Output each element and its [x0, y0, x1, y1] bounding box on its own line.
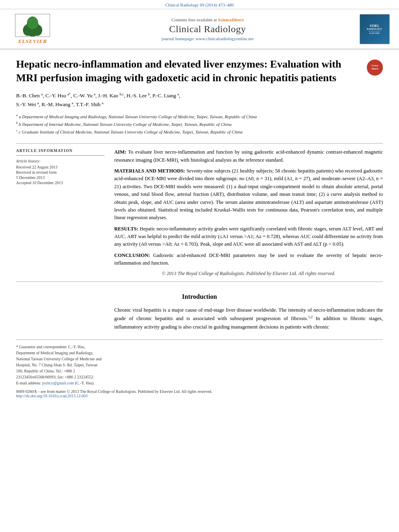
affiliations: a a Department of Medical Imaging and Ra… [16, 113, 383, 135]
authors-line: B.-B. Chen a, C.-Y. Hsu a*, C.-W. Yu a, … [16, 91, 383, 109]
doi-link[interactable]: http://dx.doi.org/10.1016/j.crad.2013.12… [16, 394, 383, 398]
article-info-label: ARTICLE INFORMATION [16, 148, 105, 153]
author-sup-star: * [69, 92, 71, 96]
abstract-methods-text: Seventy-nine subjects (21 healthy subjec… [114, 168, 383, 220]
author-sup-a7: a [102, 101, 103, 105]
svg-point-4 [27, 16, 38, 29]
affil-b: b b Department of Internal Medicine, Nat… [16, 121, 383, 127]
article-date-revised-label: Received in revised form [16, 170, 105, 175]
introduction-title: Introduction [16, 293, 383, 300]
header-center: Contents lists available at ScienceDirec… [59, 17, 356, 41]
abstract-col: AIM: To evaluate liver necro-inflammatio… [114, 148, 383, 276]
divider-2 [16, 281, 383, 282]
issn-bar: 0009-9260/$ – see front matter © 2013 Th… [16, 389, 383, 398]
affil-sup-c: c [16, 129, 18, 132]
intro-sup-1: 1,2 [308, 315, 313, 319]
footnote-section: * Guarantor and correspondent: C.-Y. Hsu… [16, 344, 383, 386]
crossmark-icon: CrossMark [367, 60, 383, 76]
radiology-logo-box: SIMG RADIOLOGY ELSEVIER [356, 14, 393, 44]
bottom-divider [16, 339, 383, 340]
journal-ref-text: Clinical Radiology 69 (2014) 473–480 [165, 2, 234, 7]
abstract-conclusion-text: Gadoxetic acid-enhanced DCE-MRI paramete… [114, 253, 383, 266]
abstract-methods-label: MATERIALS AND METHODS: [114, 168, 186, 174]
copyright-line: © 2013 The Royal College of Radiologists… [114, 271, 383, 277]
journal-ref-bar: Clinical Radiology 69 (2014) 473–480 [0, 0, 399, 9]
abstract-results-text: Hepatic necro-inflammatory activity grad… [114, 226, 383, 247]
radiology-logo-text: SIMG RADIOLOGY ELSEVIER [365, 23, 384, 36]
email-label: E-mail address: [16, 381, 41, 385]
affil-c: c c Graduate Institute of Clinical Medic… [16, 128, 383, 135]
header-row: ELSEVIER Contents lists available at Sci… [0, 9, 399, 49]
elsevier-brand-text: ELSEVIER [18, 38, 47, 45]
abstract-aim: AIM: To evaluate liver necro-inflammatio… [114, 148, 383, 164]
author-sup-a5: a [37, 101, 39, 105]
guarantor-footnote: * Guarantor and correspondent: C.-Y. Hsu… [16, 344, 105, 380]
intro-text-col: Chronic viral hepatitis is a major cause… [114, 306, 383, 332]
page-wrapper: Clinical Radiology 69 (2014) 473–480 ELS… [0, 0, 399, 406]
intro-left-spacer [16, 306, 105, 332]
abstract-conclusion-label: CONCLUSION: [114, 253, 153, 258]
affil-sup-b: b [16, 121, 18, 125]
abstract-aim-label: AIM: [114, 149, 128, 155]
footnote-left: * Guarantor and correspondent: C.-Y. Hsu… [16, 344, 105, 386]
article-info-divider [16, 155, 105, 156]
author-sup-a6: a [72, 101, 73, 105]
abstract-methods: MATERIALS AND METHODS: Seventy-nine subj… [114, 167, 383, 222]
article-date-received: Received 22 August 2013 [16, 165, 105, 169]
abstract-aim-text: To evaluate liver necro-inflammation and… [114, 149, 383, 162]
affil-sup-a: a [16, 113, 18, 117]
email-link[interactable]: joyhcy@gmail.com [42, 381, 74, 385]
two-column-section: ARTICLE INFORMATION Article history: Rec… [16, 148, 383, 276]
intro-paragraph: Chronic viral hepatitis is a major cause… [114, 306, 383, 332]
sciencedirect-link[interactable]: ScienceDirect [218, 17, 244, 22]
radiology-logo-icon: SIMG RADIOLOGY ELSEVIER [360, 14, 390, 44]
title-area: CrossMark Hepatic necro-inflammation and… [16, 58, 383, 85]
elsevier-logo: ELSEVIER [6, 13, 59, 45]
article-date-accepted: Accepted 10 December 2013 [16, 181, 105, 185]
contents-available-text: Contents lists available at [171, 17, 217, 22]
author-sup-a3: a [94, 92, 95, 96]
article-date-revised: 5 December 2013 [16, 175, 105, 180]
issn-text: 0009-9260/$ – see front matter © 2013 Th… [16, 389, 383, 394]
abstract-results-label: RESULTS: [114, 226, 140, 232]
sciencedirect-line: Contents lists available at ScienceDirec… [67, 17, 348, 22]
crossmark-badge[interactable]: CrossMark [367, 60, 383, 76]
author-sup-bc: b,c [119, 92, 124, 96]
crossmark-label: CrossMark [371, 64, 378, 70]
author-sup-a: a [41, 92, 43, 96]
divider-1 [16, 143, 383, 144]
main-content: CrossMark Hepatic necro-inflammation and… [0, 49, 399, 406]
abstract-conclusion: CONCLUSION: Gadoxetic acid-enhanced DCE-… [114, 252, 383, 267]
email-person: (C.-Y. Hsu). [75, 381, 95, 385]
article-title: Hepatic necro-inflammation and elevated … [16, 58, 383, 85]
abstract-results: RESULTS: Hepatic necro-inflammatory acti… [114, 225, 383, 249]
email-footnote: E-mail address: joyhcy@gmail.com (C.-Y. … [16, 380, 105, 386]
author-sup-b: b [148, 92, 150, 96]
intro-two-col: Chronic viral hepatitis is a major cause… [16, 306, 383, 332]
journal-title-header: Clinical Radiology [67, 24, 348, 35]
article-info-col: ARTICLE INFORMATION Article history: Rec… [16, 148, 105, 276]
affil-a: a a Department of Medical Imaging and Ra… [16, 113, 383, 120]
author-sup-a4: a [177, 92, 179, 96]
elsevier-tree-icon [14, 13, 51, 37]
journal-homepage: journal homepage: www.clinicalradiologyo… [67, 36, 348, 41]
article-history-label: Article history: [16, 159, 105, 163]
